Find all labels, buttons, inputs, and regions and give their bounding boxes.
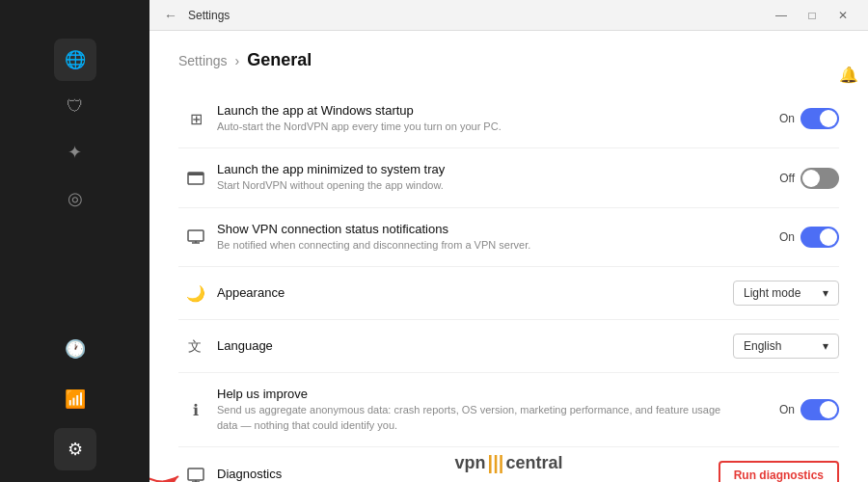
clock-icon: 🕐 [65, 338, 86, 360]
row-appearance: 🌙 Appearance Light mode ▾ [178, 267, 839, 320]
language-dropdown-value: English [744, 339, 781, 353]
language-content: Language [213, 338, 723, 355]
row-help-improve: ℹ Help us improve Send us aggregate anon… [178, 373, 839, 447]
title-bar: ← Settings — □ ✕ [149, 0, 868, 31]
vpn-notifications-control: On [723, 227, 839, 248]
watermark: vpn ||| central [455, 452, 563, 474]
vpn-notifications-toggle[interactable] [800, 227, 839, 248]
launch-startup-desc: Auto-start the NordVPN app every time yo… [217, 120, 723, 134]
sidebar: 🌐 🛡 ✦ ◎ 🕐 📶 ⚙ [0, 0, 149, 482]
launch-startup-content: Launch the app at Windows startup Auto-s… [213, 103, 723, 134]
sidebar-item-globe[interactable]: 🌐 [54, 39, 96, 81]
maximize-button[interactable]: □ [799, 2, 826, 29]
star-icon: ✦ [68, 142, 82, 163]
close-button[interactable]: ✕ [829, 2, 856, 29]
appearance-control: Light mode ▾ [723, 281, 839, 306]
launch-minimized-content: Launch the app minimized to system tray … [213, 162, 723, 193]
launch-minimized-control: Off [723, 168, 839, 189]
signal-icon: 📶 [65, 388, 86, 410]
help-improve-toggle-wrap: On [779, 399, 839, 420]
notification-bell[interactable]: 🔔 [839, 66, 858, 84]
svg-rect-2 [188, 230, 203, 241]
vpn-notifications-desc: Be notified when connecting and disconne… [217, 238, 723, 253]
vpn-notifications-title: Show VPN connection status notifications [217, 222, 723, 236]
vpn-notifications-toggle-label: On [779, 230, 795, 244]
vpn-notifications-content: Show VPN connection status notifications… [213, 222, 723, 253]
breadcrumb-current: General [247, 50, 312, 70]
appearance-title: Appearance [217, 285, 723, 300]
launch-minimized-toggle[interactable] [800, 168, 839, 189]
appearance-icon: 🌙 [178, 284, 213, 303]
run-diagnostics-button[interactable]: Run diagnostics [719, 461, 839, 482]
sidebar-item-signal[interactable]: 📶 [54, 378, 96, 420]
svg-text:文: 文 [188, 338, 202, 354]
main-content: 🔔 Settings › General ⊞ Launch the app at… [149, 31, 868, 482]
target-icon: ◎ [68, 188, 83, 209]
sidebar-item-star[interactable]: ✦ [54, 131, 96, 174]
sidebar-item-shield[interactable]: 🛡 [54, 85, 96, 127]
help-improve-content: Help us improve Send us aggregate anonym… [213, 387, 723, 433]
appearance-dropdown[interactable]: Light mode ▾ [733, 281, 839, 306]
sidebar-item-target[interactable]: ◎ [54, 177, 96, 220]
watermark-vpn: vpn [455, 453, 486, 473]
shield-icon: 🛡 [67, 96, 84, 117]
help-improve-desc: Send us aggregate anonymous data: crash … [217, 403, 723, 433]
chevron-down-icon: ▾ [823, 286, 828, 300]
vpn-notifications-toggle-wrap: On [779, 227, 839, 248]
language-icon: 文 [178, 337, 213, 355]
launch-startup-toggle-wrap: On [779, 108, 839, 129]
row-language: 文 Language English ▾ [178, 320, 839, 373]
settings-icon: ⚙ [68, 439, 83, 460]
sidebar-item-settings[interactable]: ⚙ [54, 428, 96, 470]
minimize-button[interactable]: — [768, 2, 795, 29]
breadcrumb-parent[interactable]: Settings [178, 53, 228, 68]
launch-startup-toggle[interactable] [800, 108, 839, 129]
svg-rect-7 [188, 469, 203, 480]
chevron-down-icon: ▾ [823, 339, 828, 353]
vpn-notifications-icon [178, 228, 213, 246]
sidebar-item-clock[interactable]: 🕐 [54, 328, 96, 370]
language-title: Language [217, 338, 723, 353]
appearance-dropdown-value: Light mode [744, 286, 800, 300]
watermark-central: central [505, 453, 562, 473]
help-improve-icon: ℹ [178, 401, 213, 419]
help-improve-toggle-label: On [779, 403, 795, 416]
help-improve-control: On [723, 399, 839, 420]
help-improve-toggle[interactable] [800, 399, 839, 420]
launch-minimized-toggle-wrap: Off [779, 168, 839, 189]
breadcrumb: Settings › General [178, 50, 839, 70]
launch-startup-control: On [723, 108, 839, 129]
diagnostics-control: Run diagnostics [719, 461, 839, 482]
breadcrumb-separator: › [235, 53, 240, 68]
arrow-annotation [149, 457, 188, 482]
launch-startup-title: Launch the app at Windows startup [217, 103, 723, 118]
launch-minimized-title: Launch the app minimized to system tray [217, 162, 723, 176]
row-vpn-notifications: Show VPN connection status notifications… [178, 208, 839, 267]
launch-minimized-toggle-label: Off [779, 172, 795, 185]
launch-startup-icon: ⊞ [178, 110, 213, 128]
launch-startup-toggle-label: On [779, 112, 795, 125]
launch-minimized-desc: Start NordVPN without opening the app wi… [217, 178, 723, 193]
svg-rect-1 [188, 173, 203, 175]
launch-minimized-icon [178, 170, 213, 187]
back-button[interactable]: ← [161, 6, 180, 25]
appearance-content: Appearance [213, 285, 723, 302]
language-control: English ▾ [723, 334, 839, 359]
language-dropdown[interactable]: English ▾ [733, 334, 839, 359]
window-title: Settings [188, 9, 768, 22]
window-controls: — □ ✕ [768, 2, 856, 29]
watermark-bars: ||| [488, 452, 504, 474]
row-launch-startup: ⊞ Launch the app at Windows startup Auto… [178, 90, 839, 148]
row-launch-minimized: Launch the app minimized to system tray … [178, 148, 839, 207]
globe-icon: 🌐 [65, 49, 86, 70]
help-improve-title: Help us improve [217, 387, 723, 401]
